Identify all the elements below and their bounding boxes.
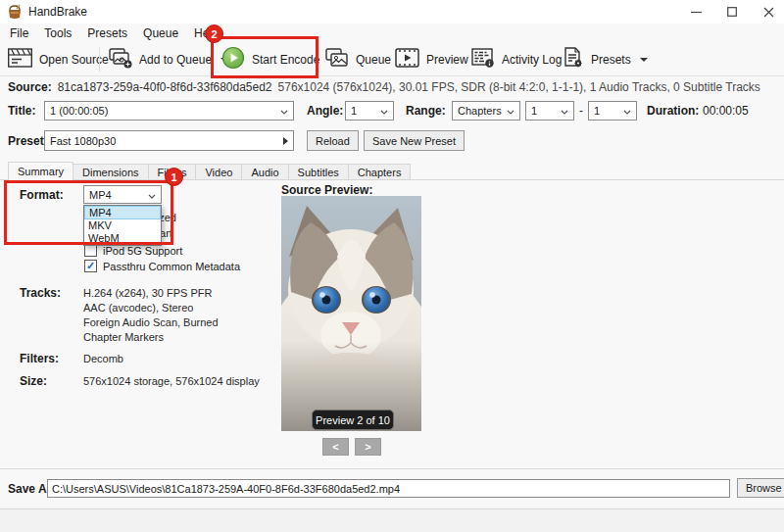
tab-subtitles[interactable]: Subtitles <box>288 164 349 180</box>
maximize-button[interactable] <box>714 0 750 24</box>
preview-label: Preview <box>426 53 468 67</box>
menu-presets[interactable]: Presets <box>79 24 135 42</box>
format-option-mp4[interactable]: MP4 <box>84 206 161 219</box>
open-source-icon <box>8 48 32 71</box>
dropdown-caret-icon <box>640 58 648 62</box>
combo-chevron-icon <box>561 105 568 117</box>
tab-video[interactable]: Video <box>195 164 242 180</box>
format-select[interactable]: MP4 <box>83 185 162 204</box>
tab-audio[interactable]: Audio <box>241 164 288 180</box>
title-select-value: 1 (00:00:05) <box>50 105 108 117</box>
range-from-select[interactable]: 1 <box>525 101 574 121</box>
menu-file[interactable]: File <box>2 24 36 42</box>
window-title: HandBrake <box>28 5 87 19</box>
menu-bar: File Tools Presets Queue Help <box>0 24 784 42</box>
range-label: Range: <box>406 104 446 118</box>
format-dropdown-list: MP4 MKV WebM <box>83 205 162 246</box>
source-details: 576x1024 (576x1024), 30.01 FPS, SDR (8-b… <box>278 80 760 94</box>
angle-select[interactable]: 1 <box>345 101 394 121</box>
tracks-label: Tracks: <box>20 286 61 300</box>
preview-icon <box>395 48 419 71</box>
handbrake-logo-icon <box>7 4 23 20</box>
close-icon <box>763 7 774 18</box>
reload-button[interactable]: Reload <box>307 130 359 151</box>
preset-select-value: Fast 1080p30 <box>50 135 116 147</box>
minimize-icon <box>691 7 702 18</box>
reload-label: Reload <box>316 135 350 147</box>
combo-chevron-icon <box>280 105 288 117</box>
duration-label: Duration: <box>647 104 699 118</box>
activity-log-label: Activity Log <box>502 53 562 67</box>
combo-chevron-icon <box>623 105 631 117</box>
size-value: 576x1024 storage, 576x1024 display <box>83 375 260 387</box>
menu-tools[interactable]: Tools <box>36 24 79 42</box>
source-preview-image <box>281 196 421 431</box>
toolbar: Open Source Add to Queue Start Encode Qu… <box>0 42 784 76</box>
preview-prev-button[interactable]: < <box>322 438 349 456</box>
preview-next-button[interactable]: > <box>355 438 381 456</box>
angle-select-value: 1 <box>351 105 357 117</box>
format-option-mkv[interactable]: MKV <box>84 219 161 232</box>
title-label: Title: <box>8 104 35 118</box>
format-option-webm[interactable]: WebM <box>84 232 161 245</box>
browse-label: Browse <box>746 482 782 494</box>
range-type-value: Chapters <box>458 105 502 117</box>
presets-label: Presets <box>591 53 631 67</box>
minimize-button[interactable] <box>678 0 713 24</box>
range-to-select[interactable]: 1 <box>588 101 637 121</box>
status-bar: Ready When Done: Do nothing <box>0 508 784 532</box>
queue-label: Queue <box>356 53 391 67</box>
tab-chapters[interactable]: Chapters <box>348 164 412 180</box>
source-name: 81ca1873-259a-40f0-8f6d-33f680da5ed2 <box>58 80 272 94</box>
browse-button[interactable]: Browse <box>737 478 784 498</box>
save-as-input[interactable] <box>47 479 730 498</box>
start-encode-play-icon <box>221 46 245 73</box>
filters-label: Filters: <box>20 352 59 365</box>
add-to-queue-button[interactable]: Add to Queue <box>105 45 232 73</box>
tab-summary[interactable]: Summary <box>8 162 74 181</box>
range-to-value: 1 <box>594 105 600 117</box>
save-new-preset-button[interactable]: Save New Preset <box>364 130 465 151</box>
preset-select[interactable]: Fast 1080p30 <box>44 130 294 151</box>
handbrake-window: HandBrake File Tools Presets Queue Help … <box>0 0 784 532</box>
checkbox-passthru-metadata[interactable]: ✓ Passthru Common Metadata <box>84 260 240 272</box>
source-row: Source: 81ca1873-259a-40f0-8f6d-33f680da… <box>8 80 760 94</box>
save-new-preset-label: Save New Preset <box>372 135 456 147</box>
duration-value: 00:00:05 <box>703 104 749 118</box>
tab-dimensions[interactable]: Dimensions <box>73 164 148 180</box>
presets-button[interactable]: Presets <box>559 45 652 73</box>
checkbox-passthru-metadata-label: Passthru Common Metadata <box>103 261 240 272</box>
checkbox-ipod-support-label: iPod 5G Support <box>103 245 182 257</box>
maximize-icon <box>727 7 737 17</box>
tab-strip: Summary Dimensions Filters Video Audio S… <box>8 162 410 180</box>
combo-chevron-icon <box>148 189 156 201</box>
checkbox-check-icon: ✓ <box>84 260 97 272</box>
footer-divider <box>0 468 784 469</box>
toolbar-separator <box>99 47 100 72</box>
start-encode-label: Start Encode <box>252 53 319 67</box>
tracks-line-3: Foreign Audio Scan, Burned <box>83 316 219 328</box>
annotation-step-2-badge: 2 <box>205 24 223 43</box>
range-from-value: 1 <box>531 105 537 117</box>
range-type-select[interactable]: Chapters <box>452 101 520 121</box>
preview-button[interactable]: Preview <box>391 45 472 73</box>
activity-log-button[interactable]: Activity Log <box>467 45 565 73</box>
size-label: Size: <box>20 374 47 388</box>
queue-icon <box>325 48 349 71</box>
tracks-line-4: Chapter Markers <box>83 331 164 343</box>
title-select[interactable]: 1 (00:00:05) <box>44 101 294 121</box>
format-label: Format: <box>20 188 64 202</box>
open-source-button[interactable]: Open Source <box>4 45 113 73</box>
tracks-line-1: H.264 (x264), 30 FPS PFR <box>83 287 212 299</box>
angle-label: Angle: <box>307 104 343 118</box>
activity-log-icon <box>471 48 495 72</box>
cat-preview-image <box>281 196 421 431</box>
queue-button[interactable]: Queue <box>321 45 395 73</box>
start-encode-button[interactable]: Start Encode <box>218 45 323 73</box>
add-to-queue-label: Add to Queue <box>139 53 212 67</box>
preset-label: Preset: <box>8 134 48 148</box>
titlebar: HandBrake <box>0 0 784 24</box>
menu-queue[interactable]: Queue <box>135 24 186 42</box>
close-button[interactable] <box>751 0 784 24</box>
range-separator: - <box>579 104 583 118</box>
